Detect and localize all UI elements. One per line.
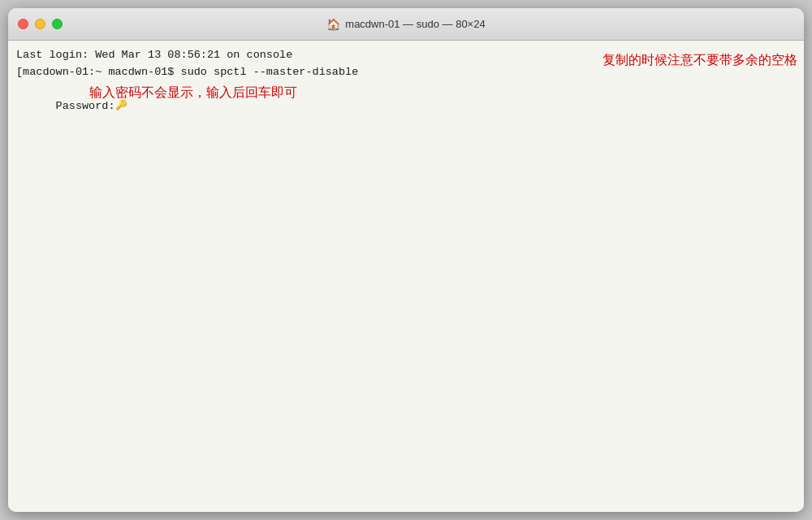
annotation-copy-warning: 复制的时候注意不要带多余的空格 (603, 50, 797, 71)
window-title: macdwn-01 — sudo — 80×24 (345, 18, 485, 30)
close-button[interactable] (18, 19, 28, 29)
title-bar-text: 🏠 macdwn-01 — sudo — 80×24 (326, 18, 485, 31)
terminal-body[interactable]: Last login: Wed Mar 13 08:56:21 on conso… (8, 41, 804, 512)
maximize-button[interactable] (52, 19, 63, 29)
annotation-password-hint: 输入密码不会显示，输入后回车即可 (89, 83, 297, 103)
minimize-button[interactable] (35, 19, 45, 29)
title-bar: 🏠 macdwn-01 — sudo — 80×24 (8, 8, 804, 41)
title-icon: 🏠 (326, 18, 340, 31)
traffic-lights (18, 19, 63, 29)
terminal-window: 🏠 macdwn-01 — sudo — 80×24 Last login: W… (8, 8, 804, 512)
